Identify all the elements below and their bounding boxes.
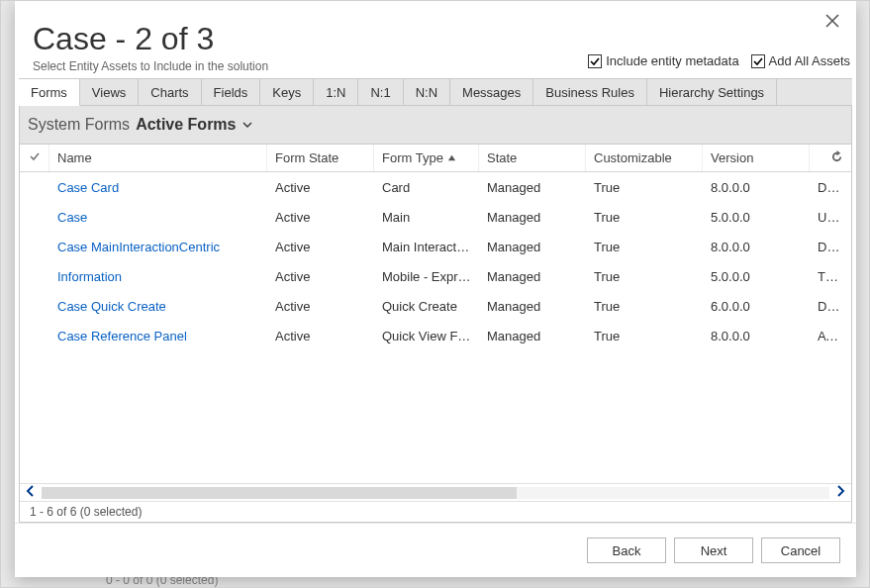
row-name-link[interactable]: Case xyxy=(49,210,267,225)
next-button[interactable]: Next xyxy=(674,538,753,563)
add-all-assets-checkbox[interactable]: Add All Assets xyxy=(751,53,850,68)
row-state: Managed xyxy=(479,299,586,314)
row-customizable: True xyxy=(586,210,703,225)
row-form-type: Quick Create xyxy=(374,299,479,314)
tab-forms[interactable]: Forms xyxy=(19,79,80,106)
row-description: Upd xyxy=(810,210,839,225)
column-select-all[interactable] xyxy=(20,145,49,171)
row-customizable: True xyxy=(586,269,703,284)
table-row[interactable]: InformationActiveMobile - ExpressManaged… xyxy=(20,261,851,291)
tab-business-rules[interactable]: Business Rules xyxy=(533,79,647,105)
column-form-state[interactable]: Form State xyxy=(267,145,374,171)
grid-status: 1 - 6 of 6 (0 selected) xyxy=(20,501,851,522)
scroll-thumb[interactable] xyxy=(42,487,517,499)
table-row[interactable]: CaseActiveMainManagedTrue5.0.0.0Upd xyxy=(20,202,851,232)
tab-messages[interactable]: Messages xyxy=(450,79,533,105)
column-form-type[interactable]: Form Type xyxy=(374,145,479,171)
row-version: 6.0.0.0 xyxy=(703,299,810,314)
row-name-link[interactable]: Information xyxy=(49,269,267,284)
view-prefix: System Forms xyxy=(28,116,130,134)
row-description: This xyxy=(810,269,839,284)
table-row[interactable]: Case Quick CreateActiveQuick CreateManag… xyxy=(20,291,851,321)
row-description: Def xyxy=(810,180,839,195)
row-description: Def xyxy=(810,240,839,254)
row-form-type: Mobile - Express xyxy=(374,269,479,284)
tab-hierarchy-settings[interactable]: Hierarchy Settings xyxy=(647,79,777,105)
checkmark-icon xyxy=(29,150,41,165)
tab-n-n[interactable]: N:N xyxy=(404,79,450,105)
tab-charts[interactable]: Charts xyxy=(139,79,201,105)
checkmark-icon xyxy=(588,54,602,68)
row-form-type: Card xyxy=(374,180,479,195)
tab-1-n[interactable]: 1:N xyxy=(314,79,358,105)
tab-n-1[interactable]: N:1 xyxy=(358,79,403,105)
add-all-assets-label: Add All Assets xyxy=(769,53,850,68)
row-customizable: True xyxy=(586,240,703,254)
scroll-right-icon[interactable] xyxy=(829,485,851,500)
checkmark-icon xyxy=(751,54,765,68)
include-metadata-checkbox[interactable]: Include entity metadata xyxy=(588,53,738,68)
row-name-link[interactable]: Case Card xyxy=(49,180,267,195)
row-customizable: True xyxy=(586,299,703,314)
row-customizable: True xyxy=(586,329,703,343)
row-state: Managed xyxy=(479,240,586,254)
tab-keys[interactable]: Keys xyxy=(260,79,314,105)
row-form-state: Active xyxy=(267,299,374,314)
row-state: Managed xyxy=(479,269,586,284)
row-form-type: Quick View Form xyxy=(374,329,479,343)
refresh-grid-button[interactable] xyxy=(810,145,851,171)
view-name: Active Forms xyxy=(136,116,236,134)
chevron-down-icon xyxy=(242,116,252,134)
row-state: Managed xyxy=(479,180,586,195)
row-description: Def xyxy=(810,299,839,314)
row-form-type: Main Interaction... xyxy=(374,240,479,254)
row-form-state: Active xyxy=(267,329,374,343)
scroll-track[interactable] xyxy=(42,487,829,499)
row-form-state: Active xyxy=(267,269,374,284)
column-name[interactable]: Name xyxy=(49,145,267,171)
tab-views[interactable]: Views xyxy=(80,79,139,105)
row-state: Managed xyxy=(479,329,586,343)
row-name-link[interactable]: Case MainInteractionCentric xyxy=(49,240,267,254)
row-state: Managed xyxy=(479,210,586,225)
wizard-dialog: Case - 2 of 3 Select Entity Assets to In… xyxy=(15,1,856,577)
row-customizable: True xyxy=(586,180,703,195)
row-name-link[interactable]: Case Reference Panel xyxy=(49,329,267,343)
table-row[interactable]: Case Reference PanelActiveQuick View For… xyxy=(20,321,851,350)
row-form-type: Main xyxy=(374,210,479,225)
refresh-icon xyxy=(830,150,843,166)
row-version: 8.0.0.0 xyxy=(703,329,810,343)
row-description: A fo xyxy=(810,329,839,343)
row-name-link[interactable]: Case Quick Create xyxy=(49,299,267,314)
close-icon[interactable] xyxy=(821,9,844,33)
include-metadata-label: Include entity metadata xyxy=(606,53,738,68)
row-version: 5.0.0.0 xyxy=(703,210,810,225)
view-selector[interactable]: System Forms Active Forms xyxy=(20,106,851,144)
row-form-state: Active xyxy=(267,180,374,195)
tab-strip: FormsViewsChartsFieldsKeys1:NN:1N:NMessa… xyxy=(19,78,852,106)
row-version: 8.0.0.0 xyxy=(703,240,810,254)
row-form-state: Active xyxy=(267,240,374,254)
grid-body: Case CardActiveCardManagedTrue8.0.0.0Def… xyxy=(20,172,851,483)
table-row[interactable]: Case MainInteractionCentricActiveMain In… xyxy=(20,232,851,261)
horizontal-scrollbar[interactable] xyxy=(20,483,851,501)
dialog-title: Case - 2 of 3 xyxy=(33,21,838,57)
cancel-button[interactable]: Cancel xyxy=(761,538,840,563)
back-button[interactable]: Back xyxy=(587,538,666,563)
sort-asc-icon xyxy=(447,150,456,165)
scroll-left-icon[interactable] xyxy=(20,485,42,500)
tab-fields[interactable]: Fields xyxy=(202,79,261,105)
row-version: 8.0.0.0 xyxy=(703,180,810,195)
column-version[interactable]: Version xyxy=(703,145,810,171)
row-form-state: Active xyxy=(267,210,374,225)
grid-header: Name Form State Form Type State Customiz… xyxy=(20,145,851,172)
column-state[interactable]: State xyxy=(479,145,586,171)
row-version: 5.0.0.0 xyxy=(703,269,810,284)
column-customizable[interactable]: Customizable xyxy=(586,145,703,171)
table-row[interactable]: Case CardActiveCardManagedTrue8.0.0.0Def xyxy=(20,172,851,202)
